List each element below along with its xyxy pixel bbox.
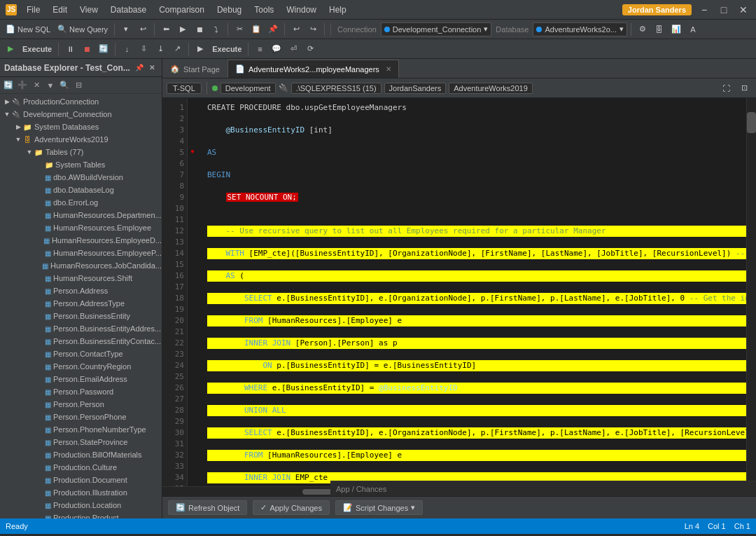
tree-item-table[interactable]: ▦dbo.AWBuildVersion xyxy=(0,171,162,184)
nav-btn4[interactable]: ⤵ xyxy=(209,22,224,37)
minimize-button[interactable]: − xyxy=(697,3,711,17)
step3-btn[interactable]: ⤓ xyxy=(153,41,168,57)
tree-item-table[interactable]: ▦Production.BillOfMaterials xyxy=(0,448,162,461)
format-btn[interactable]: ≡ xyxy=(252,41,267,57)
db-context-label[interactable]: AdventureWorks2019 xyxy=(449,83,533,94)
undo-btn[interactable]: ↩ xyxy=(135,22,150,37)
close-button[interactable]: ✕ xyxy=(736,3,750,17)
menu-tools[interactable]: Tools xyxy=(248,4,279,16)
connection-dropdown[interactable]: Development_Connection ▾ xyxy=(381,22,492,36)
nav-btn1[interactable]: ⬅ xyxy=(158,22,174,37)
tree-item-table[interactable]: 📁System Tables xyxy=(0,158,162,171)
step2-btn[interactable]: ⇩ xyxy=(136,41,151,57)
maximize-button[interactable]: □ xyxy=(717,3,731,17)
comment-btn[interactable]: 💬 xyxy=(269,41,284,57)
tree-item-table[interactable]: ▦HumanResources.Departmen... xyxy=(0,209,162,221)
tree-item-table[interactable]: ▦Person.EmailAddress xyxy=(0,373,162,385)
search-explorer-btn[interactable]: 🔍 xyxy=(58,79,71,92)
tree-item-table[interactable]: ▦Person.BusinessEntity xyxy=(0,310,162,322)
tree-item-table[interactable]: ▦HumanResources.Shift xyxy=(0,272,162,284)
tree-item-table[interactable]: ▦Person.Person xyxy=(0,398,162,411)
tree-item-system-db[interactable]: ▶ 📁 System Databases xyxy=(0,121,162,133)
add-connection-btn[interactable]: ➕ xyxy=(16,79,29,92)
undo-btn2[interactable]: ↩ xyxy=(288,22,304,37)
menu-file[interactable]: File xyxy=(21,4,46,16)
tree-item-table[interactable]: ▦Person.Password xyxy=(0,385,162,398)
refresh-explorer-btn[interactable]: 🔄 xyxy=(2,79,15,92)
tree-item-table[interactable]: ▦HumanResources.EmployeeD... xyxy=(0,234,162,247)
db-btn2[interactable]: 🗄 xyxy=(652,22,667,37)
split-btn[interactable]: ⊡ xyxy=(736,81,752,96)
tree-item-dev-conn[interactable]: ▼ 🔌 Development_Connection xyxy=(0,108,162,121)
menu-edit[interactable]: Edit xyxy=(47,4,73,16)
execute-btn[interactable]: ▶ xyxy=(3,41,18,57)
tree-item-table[interactable]: ▦Person.StateProvince xyxy=(0,436,162,448)
pin-btn[interactable]: 📌 xyxy=(134,62,145,74)
linebreak-btn[interactable]: ⏎ xyxy=(286,41,301,57)
tree-item-table[interactable]: ▦HumanResources.JobCandida... xyxy=(0,259,162,272)
misc-btn[interactable]: ⟳ xyxy=(302,41,318,57)
settings-btn[interactable]: ⚙ xyxy=(635,22,650,37)
tree-item-table[interactable]: ▦HumanResources.EmployeeP... xyxy=(0,247,162,259)
tree-item-tables[interactable]: ▼ 📁 Tables (77) xyxy=(0,146,162,158)
tree-item-table[interactable]: ▦Person.PersonPhone xyxy=(0,411,162,423)
tree-item-table[interactable]: ▦Person.PhoneNumberType xyxy=(0,423,162,436)
tree-item-table[interactable]: ▦Person.Address xyxy=(0,284,162,297)
db-btn3[interactable]: 📊 xyxy=(668,22,684,37)
menu-window[interactable]: Window xyxy=(281,4,322,16)
tree-item-table[interactable]: ▦Production.Product xyxy=(0,511,162,518)
execute-label2-btn[interactable]: Execute xyxy=(209,41,244,57)
tree-item-adventureworks[interactable]: ▼ 🗄 AdventureWorks2019 xyxy=(0,133,162,146)
execute-label-btn[interactable]: Execute xyxy=(20,41,55,57)
nav-btn2[interactable]: ▶ xyxy=(175,22,190,37)
code-editor[interactable]: CREATE PROCEDURE dbo.uspGetEmployeeManag… xyxy=(202,98,746,486)
menu-view[interactable]: View xyxy=(74,4,104,16)
tree-item-table[interactable]: ▦Production.Document xyxy=(0,474,162,486)
tree-item-table[interactable]: ▦Person.BusinessEntityContac... xyxy=(0,335,162,348)
stop-btn[interactable]: ⏹ xyxy=(79,41,94,57)
tsql-badge[interactable]: T-SQL xyxy=(167,83,202,94)
menu-comparison[interactable]: Comparison xyxy=(153,4,210,16)
menu-help[interactable]: Help xyxy=(323,4,352,16)
fullscreen-btn[interactable]: ⛶ xyxy=(718,81,734,96)
database-dropdown[interactable]: AdventureWorks2o... ▾ xyxy=(533,22,627,36)
server-label[interactable]: .\SQLEXPRESS15 (15) xyxy=(291,83,382,94)
tab-employee-managers[interactable]: 📄 AdventureWorks2...mployeeManagers ✕ xyxy=(227,60,399,78)
env-label[interactable]: Development xyxy=(220,83,276,94)
tree-item-table[interactable]: ▦dbo.DatabaseLog xyxy=(0,184,162,196)
tree-item-table[interactable]: ▦Person.CountryRegion xyxy=(0,360,162,373)
new-sql-button[interactable]: 📄 New SQL xyxy=(3,22,53,37)
tree-item-table[interactable]: ▦Production.Location xyxy=(0,499,162,511)
collapse-all-btn[interactable]: ⊟ xyxy=(72,79,85,92)
execute-btn2[interactable]: ▶ xyxy=(192,41,208,57)
tab-close-btn[interactable]: ✕ xyxy=(386,65,391,73)
paste-btn[interactable]: 📌 xyxy=(265,22,281,37)
apply-changes-btn[interactable]: ✓ Apply Changes xyxy=(253,500,330,515)
bottom-tab-label[interactable]: App / Chances xyxy=(336,485,386,493)
refresh-object-btn[interactable]: 🔄 Refresh Object xyxy=(168,500,247,515)
refresh-btn[interactable]: 🔄 xyxy=(96,41,111,57)
new-query-button[interactable]: 🔍 New Query xyxy=(55,22,111,37)
db-btn4[interactable]: A xyxy=(685,22,701,37)
close-explorer-btn[interactable]: ✕ xyxy=(146,62,158,74)
filter-btn[interactable]: ▼ xyxy=(44,79,57,92)
remove-connection-btn[interactable]: ✕ xyxy=(30,79,43,92)
tab-start-page[interactable]: 🏠 Start Page xyxy=(162,60,227,78)
cut-btn[interactable]: ✂ xyxy=(232,22,247,37)
tree-item-table[interactable]: ▦Person.BusinessEntityAddres... xyxy=(0,322,162,335)
menu-database[interactable]: Database xyxy=(105,4,152,16)
user-label[interactable]: JordanSanders xyxy=(384,83,447,94)
pause-btn[interactable]: ⏸ xyxy=(62,41,78,57)
tree-item-table[interactable]: ▦dbo.ErrorLog xyxy=(0,196,162,209)
tree-item-production-conn[interactable]: ▶ 🔌 ProductionConnection xyxy=(0,95,162,108)
step4-btn[interactable]: ↗ xyxy=(169,41,185,57)
copy-btn[interactable]: 📋 xyxy=(248,22,264,37)
menu-debug[interactable]: Debug xyxy=(211,4,247,16)
nav-btn3[interactable]: ⏹ xyxy=(192,22,207,37)
tree-item-table[interactable]: ▦Person.ContactType xyxy=(0,348,162,360)
tree-item-table[interactable]: ▦Production.Illustration xyxy=(0,486,162,499)
step-btn[interactable]: ↓ xyxy=(119,41,134,57)
dropdown-btn1[interactable]: ▾ xyxy=(118,22,134,37)
tree-item-table[interactable]: ▦Person.AddressType xyxy=(0,297,162,310)
tree-item-table[interactable]: ▦Production.Culture xyxy=(0,461,162,474)
